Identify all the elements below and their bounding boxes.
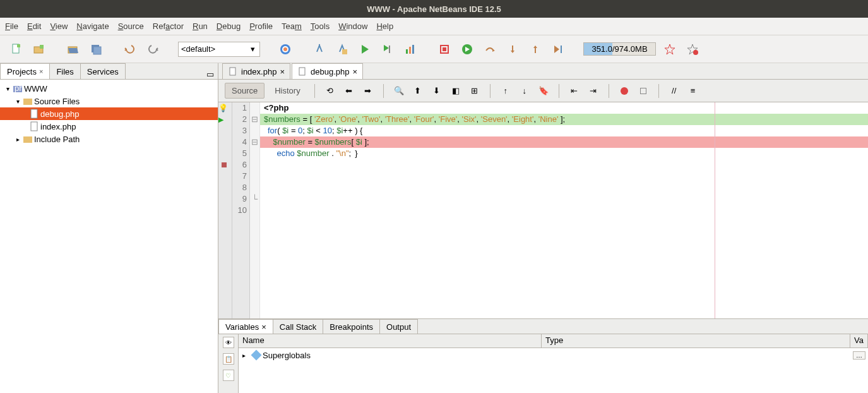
fold-toggle[interactable]: ⊟ (250, 136, 259, 148)
menu-source[interactable]: Source (118, 21, 144, 31)
menu-refactor[interactable]: Refactor (153, 21, 184, 31)
tab-projects[interactable]: Projects× (0, 63, 50, 79)
favorites-button[interactable]: ♡ (223, 370, 234, 381)
close-icon[interactable]: × (280, 67, 285, 76)
expand-icon[interactable]: ▾ (14, 98, 21, 105)
error-indicator-button[interactable] (684, 40, 701, 58)
tree-file-index[interactable]: index.php (0, 120, 218, 133)
tree-project-root[interactable]: ▾ php WWW (0, 82, 218, 95)
code-editor[interactable]: 💡▶ 12345678910 ⊟⊟└ <?php$numbers = [ 'Ze… (218, 102, 868, 318)
step-out-button[interactable] (526, 40, 544, 58)
tab-services[interactable]: Services (80, 63, 126, 79)
debug-button[interactable] (379, 40, 396, 58)
line-number[interactable]: 5 (232, 148, 247, 159)
comment-button[interactable]: // (667, 83, 682, 99)
code-line[interactable]: echo $number . "\n"; (264, 148, 351, 158)
column-type[interactable]: Type (542, 334, 850, 348)
menu-edit[interactable]: Edit (27, 21, 41, 31)
prev-bookmark-button[interactable]: ↑ (498, 83, 513, 99)
toggle-highlight-button[interactable]: ◧ (448, 83, 463, 99)
shift-left-button[interactable]: ⇤ (567, 83, 582, 99)
continue-button[interactable] (458, 40, 476, 58)
macro-stop-button[interactable] (636, 83, 651, 99)
menu-help[interactable]: Help (376, 21, 393, 31)
minimize-panel-button[interactable]: ▭ (203, 70, 218, 79)
run-button[interactable] (356, 40, 374, 58)
line-number[interactable]: 10 (232, 205, 247, 216)
menu-profile[interactable]: Profile (249, 21, 273, 31)
code-line[interactable]: } (351, 148, 357, 158)
browser-button[interactable] (276, 40, 294, 58)
build-button[interactable] (311, 40, 328, 58)
arrow-glyph[interactable]: ▶ (218, 114, 232, 125)
watch-toggle-button[interactable]: 👁 (223, 337, 234, 348)
tree-file-debug[interactable]: debug.php (0, 107, 218, 120)
step-into-button[interactable] (504, 40, 521, 58)
forward-button[interactable]: ➡ (360, 83, 376, 99)
menu-run[interactable]: Run (193, 21, 208, 31)
new-file-button[interactable] (8, 40, 25, 58)
tab-callstack[interactable]: Call Stack (273, 319, 324, 334)
toggle-bookmark-button[interactable]: 🔖 (536, 83, 551, 99)
tab-breakpoints[interactable]: Breakpoints (323, 319, 380, 334)
more-button[interactable]: … (853, 351, 865, 360)
new-project-button[interactable] (30, 40, 48, 58)
line-number[interactable]: 2 (232, 114, 247, 125)
finish-debug-button[interactable] (436, 40, 453, 58)
editor-tab-debug[interactable]: debug.php × (292, 63, 363, 79)
menu-file[interactable]: File (5, 21, 18, 31)
expand-icon[interactable]: ▸ (14, 136, 21, 143)
line-number[interactable]: 8 (232, 182, 247, 193)
open-project-button[interactable] (64, 40, 82, 58)
code-line[interactable] (358, 148, 362, 158)
close-icon[interactable]: × (352, 67, 357, 76)
expand-icon[interactable]: ▾ (4, 85, 11, 92)
to=[interactable]: ⊞ (467, 83, 482, 99)
menu-window[interactable]: Window (338, 21, 367, 31)
line-number[interactable]: 6 (232, 159, 247, 171)
undo-button[interactable] (121, 40, 139, 58)
find-selection-button[interactable]: 🔍 (391, 83, 407, 99)
line-number[interactable]: 4 (232, 136, 247, 148)
line-number[interactable]: 7 (232, 171, 247, 182)
menu-view[interactable]: View (50, 21, 68, 31)
variable-row[interactable]: ▸ Superglobals … (239, 348, 868, 362)
find-prev-button[interactable]: ⬆ (410, 83, 425, 99)
shift-right-button[interactable]: ⇥ (586, 83, 601, 99)
close-icon[interactable]: × (39, 68, 43, 75)
fold-toggle[interactable]: ⊟ (250, 114, 259, 125)
clean-build-button[interactable] (333, 40, 351, 58)
save-all-button[interactable] (87, 40, 105, 58)
tab-files[interactable]: Files (49, 63, 80, 79)
menu-debug[interactable]: Debug (217, 21, 241, 31)
close-icon[interactable]: × (261, 322, 266, 332)
notifications-button[interactable] (661, 40, 679, 58)
code-line[interactable]: $numbers = [ 'Zero', 'One', 'Two', 'Thre… (260, 114, 868, 125)
menu-tools[interactable]: Tools (311, 21, 330, 31)
tab-output[interactable]: Output (379, 319, 418, 334)
back-button[interactable]: ⬅ (342, 83, 357, 99)
uncomment-button[interactable]: ≡ (686, 83, 701, 99)
last-edit-button[interactable]: ⟲ (323, 83, 338, 99)
code-line[interactable] (362, 126, 366, 135)
code-line[interactable]: <?php (260, 103, 288, 112)
watch-add-button[interactable]: 📋 (223, 353, 234, 365)
redo-button[interactable] (144, 40, 162, 58)
line-number[interactable]: 1 (232, 102, 247, 114)
find-next-button[interactable]: ⬇ (429, 83, 444, 99)
tree-source-files[interactable]: ▾ Source Files (0, 95, 218, 107)
bulb-glyph[interactable]: 💡 (218, 102, 232, 114)
source-view-button[interactable]: Source (225, 83, 265, 99)
menu-navigate[interactable]: Navigate (76, 21, 109, 31)
code-line[interactable]: for( $i = 0; $i < 10; $i++ ) { (264, 126, 362, 135)
history-view-button[interactable]: History (268, 83, 306, 98)
macro-record-button[interactable] (617, 83, 632, 99)
fold-toggle[interactable]: └ (250, 193, 259, 205)
bp-glyph[interactable] (218, 159, 232, 171)
menu-team[interactable]: Team (282, 21, 302, 31)
column-value[interactable]: Va (850, 334, 868, 348)
code-line[interactable]: $number = $numbers[ $i ]; (260, 136, 868, 148)
line-number[interactable]: 9 (232, 193, 247, 205)
next-bookmark-button[interactable]: ↓ (517, 83, 532, 99)
tree-include-path[interactable]: ▸ Include Path (0, 133, 218, 145)
